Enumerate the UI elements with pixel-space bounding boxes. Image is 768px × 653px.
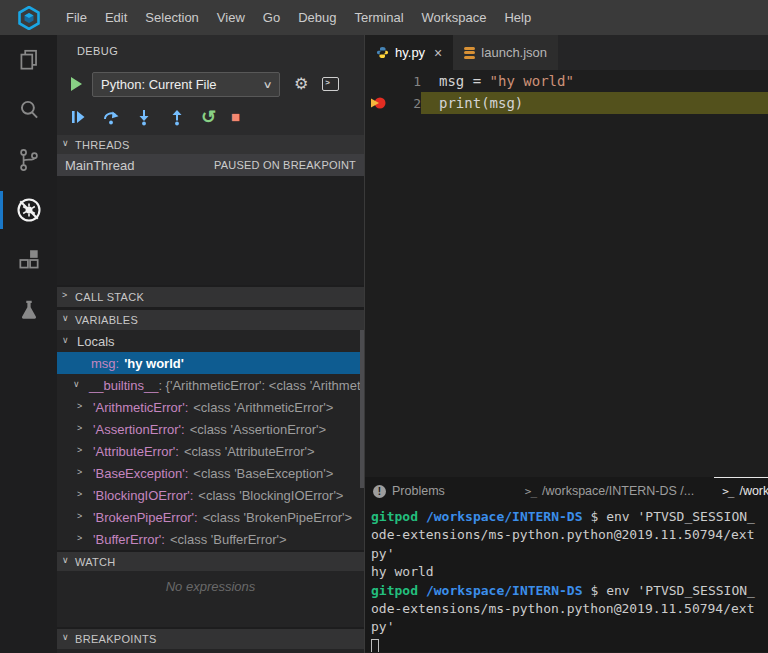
terminal-icon: >_ <box>525 485 536 498</box>
breakpoints-header-label: BREAKPOINTS <box>75 633 157 645</box>
tree-item-buffer-error[interactable]: > 'BufferError': <class 'BufferError'> <box>57 528 364 550</box>
tree-item-arithmetic-error[interactable]: > 'ArithmeticError': <class 'ArithmeticE… <box>57 396 364 418</box>
menu-item-file[interactable]: File <box>57 10 96 25</box>
activity-tests[interactable] <box>0 285 57 335</box>
variable-name: 'AssertionError': <box>93 422 185 437</box>
active-view-indicator <box>0 191 3 229</box>
stop-button[interactable]: ■ <box>231 108 240 126</box>
debug-sidebar: DEBUG Python: Current File ∨ ⚙ > <box>57 35 364 653</box>
editor-group: hy.py × launch.json 1 msg = "hy world" <box>364 35 768 653</box>
tab-label: launch.json <box>481 45 547 60</box>
terminal-line: py' <box>371 546 768 564</box>
code-editor[interactable]: 1 msg = "hy world" 2 print(msg) <box>365 70 768 477</box>
line-number: 2 <box>391 96 421 111</box>
json-file-icon <box>464 47 475 59</box>
activity-search[interactable] <box>0 85 57 135</box>
sidebar-scrollbar[interactable] <box>360 330 364 488</box>
variable-value: <class 'AttributeError'> <box>184 444 315 459</box>
chevron-down-icon: ∨ <box>73 379 80 389</box>
tab-label: hy.py <box>395 45 425 60</box>
variable-value: : {'ArithmeticError': <class 'Arithmeti.… <box>158 378 364 393</box>
chevron-right-icon: > <box>77 423 82 433</box>
activity-debug[interactable] <box>0 185 57 235</box>
tree-item-builtins[interactable]: ∨ __builtins__ : {'ArithmeticError': <cl… <box>57 374 364 396</box>
tree-item-broken-pipe-error[interactable]: > 'BrokenPipeError': <class 'BrokenPipeE… <box>57 506 364 528</box>
string-literal: "hy world" <box>490 73 574 89</box>
menu-item-selection[interactable]: Selection <box>136 10 207 25</box>
breakpoints-section-header[interactable]: ∨ BREAKPOINTS <box>57 629 364 649</box>
threads-header-label: THREADS <box>75 139 130 151</box>
restart-button[interactable]: ↺ <box>201 108 216 126</box>
tab-terminal-1[interactable]: >_ /workspace/INTERN-DS /... <box>517 477 702 504</box>
terminal-output[interactable]: gitpod/workspace/INTERN-DS$ env 'PTVSD_S… <box>365 504 768 652</box>
terminal-line: ode-extensions/ms-python.python@2019.11.… <box>371 601 768 619</box>
python-file-icon <box>376 46 389 59</box>
gear-icon[interactable]: ⚙ <box>294 76 308 92</box>
variable-value: <class 'BufferError'> <box>170 532 287 547</box>
chevron-right-icon: > <box>77 445 82 455</box>
threads-section-header[interactable]: ∨ THREADS <box>57 135 364 154</box>
watch-empty-message: No expressions <box>57 571 364 594</box>
step-into-button[interactable] <box>135 108 153 126</box>
current-execution-line: print(msg) <box>421 92 768 114</box>
breakpoints-body <box>57 649 364 653</box>
tab-launch-json[interactable]: launch.json <box>453 35 558 70</box>
chevron-down-icon: ∨ <box>62 632 69 642</box>
thread-row[interactable]: MainThread PAUSED ON BREAKPOINT <box>57 154 364 176</box>
step-over-button[interactable] <box>102 108 120 126</box>
variables-section-header[interactable]: ∨ VARIABLES <box>57 310 364 330</box>
terminal-user: gitpod <box>371 509 418 524</box>
menu-item-workspace[interactable]: Workspace <box>413 10 496 25</box>
terminal-line: ode-extensions/ms-python.python@2019.11.… <box>371 527 768 545</box>
continue-button[interactable] <box>69 108 87 126</box>
thread-name: MainThread <box>65 158 134 173</box>
terminal-line: gitpod/workspace/INTERN-DS$ env 'PTVSD_S… <box>371 583 768 601</box>
tree-item-msg[interactable]: msg: 'hy world' <box>57 352 364 374</box>
debug-config-value: Python: Current File <box>101 77 217 92</box>
app-logo[interactable] <box>0 6 57 30</box>
variable-name: 'ArithmeticError': <box>93 400 188 415</box>
menu-item-help[interactable]: Help <box>495 10 540 25</box>
open-debug-console-icon[interactable]: > <box>322 77 339 91</box>
call-stack-section-header[interactable]: > CALL STACK <box>57 287 364 307</box>
activity-explorer[interactable] <box>0 35 57 85</box>
flask-icon <box>16 297 42 323</box>
terminal-cwd: /workspace/INTERN-DS <box>426 583 583 598</box>
variable-name: msg: <box>91 356 119 371</box>
tab-hy-py[interactable]: hy.py × <box>365 35 453 70</box>
breakpoint-margin[interactable] <box>365 95 391 111</box>
close-icon[interactable]: × <box>434 45 442 61</box>
chevron-right-icon: > <box>77 533 82 543</box>
tab-terminal-2[interactable]: >_ /workspa <box>714 477 768 504</box>
watch-body: No expressions <box>57 571 364 627</box>
variables-header-label: VARIABLES <box>75 314 138 326</box>
code-line-2: 2 print(msg) <box>365 92 768 114</box>
tree-item-locals[interactable]: ∨ Locals <box>57 330 364 352</box>
variable-value: <class 'AssertionError'> <box>190 422 326 437</box>
debug-config-dropdown[interactable]: Python: Current File ∨ <box>92 72 280 97</box>
menu-item-debug[interactable]: Debug <box>289 10 345 25</box>
tree-item-blocking-io-error[interactable]: > 'BlockingIOError': <class 'BlockingIOE… <box>57 484 364 506</box>
menu-item-terminal[interactable]: Terminal <box>345 10 412 25</box>
menu-item-edit[interactable]: Edit <box>96 10 136 25</box>
debug-controls: DEBUG Python: Current File ∨ ⚙ > <box>57 35 364 135</box>
tree-item-attribute-error[interactable]: > 'AttributeError': <class 'AttributeErr… <box>57 440 364 462</box>
breakpoint-current-line-icon <box>370 95 387 111</box>
activity-source-control[interactable] <box>0 135 57 185</box>
menu-item-go[interactable]: Go <box>254 10 289 25</box>
chevron-down-icon: ∨ <box>62 335 69 345</box>
activity-extensions[interactable] <box>0 235 57 285</box>
extensions-icon <box>16 247 42 273</box>
watch-section-header[interactable]: ∨ WATCH <box>57 552 364 571</box>
step-out-button[interactable] <box>168 108 186 126</box>
tree-item-base-exception[interactable]: > 'BaseException': <class 'BaseException… <box>57 462 364 484</box>
tab-label: Problems <box>392 484 445 498</box>
tree-item-assertion-error[interactable]: > 'AssertionError': <class 'AssertionErr… <box>57 418 364 440</box>
menu-item-view[interactable]: View <box>208 10 254 25</box>
variable-name: __builtins__ <box>89 378 158 393</box>
start-debug-button[interactable] <box>69 76 84 92</box>
play-icon <box>69 76 84 92</box>
files-icon <box>16 47 42 73</box>
tab-problems[interactable]: ! Problems <box>365 477 453 504</box>
terminal-line: py' <box>371 619 768 637</box>
